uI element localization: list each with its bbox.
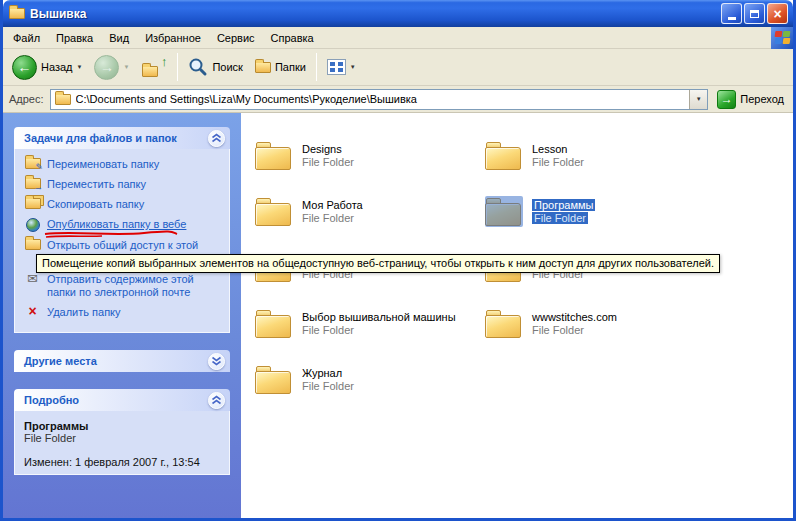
folders-icon xyxy=(255,62,271,73)
folder-icon xyxy=(485,308,523,339)
details-modified-date: Изменен: 1 февраля 2007 г., 13:54 xyxy=(24,456,225,468)
forward-button[interactable]: → ▼ xyxy=(89,52,134,83)
minimize-icon xyxy=(728,17,736,20)
forward-icon: → xyxy=(94,55,119,80)
window-folder-icon xyxy=(9,8,25,19)
back-icon: ← xyxy=(12,55,37,80)
folder-icon xyxy=(485,140,523,171)
search-button[interactable]: Поиск xyxy=(183,54,247,80)
expand-chevron-button[interactable] xyxy=(208,353,225,370)
views-dropdown-icon[interactable]: ▼ xyxy=(350,64,356,70)
email-icon: ✉ xyxy=(24,273,41,284)
other-places-panel: Другие места xyxy=(14,350,230,372)
folder-icon xyxy=(255,364,293,395)
go-button[interactable]: → Переход xyxy=(714,88,787,111)
close-icon: × xyxy=(773,7,781,21)
folder-icon xyxy=(485,196,523,227)
folder-item-wwwstitches[interactable]: wwwstitches.comFile Folder xyxy=(485,295,700,351)
details-panel-header[interactable]: Подробно xyxy=(14,389,230,411)
back-button[interactable]: ← Назад ▼ xyxy=(7,52,87,83)
toolbar: ← Назад ▼ → ▼ ↑ Поиск Папки xyxy=(3,49,793,86)
folders-label: Папки xyxy=(275,61,306,73)
search-icon xyxy=(188,57,208,77)
address-dropdown-button[interactable]: ▼ xyxy=(689,90,707,109)
tasks-panel: Задачи для файлов и папок ✎ Переименоват… xyxy=(14,127,230,333)
folder-item-lesson[interactable]: LessonFile Folder xyxy=(485,127,700,183)
publish-web-icon xyxy=(24,218,41,232)
collapse-chevron-button[interactable] xyxy=(208,130,225,147)
address-path: C:\Documents and Settings\Liza\My Docume… xyxy=(76,93,685,105)
up-button[interactable]: ↑ xyxy=(136,52,172,82)
tasks-panel-body: ✎ Переименовать папку → Переместить папк… xyxy=(14,149,230,333)
window-title: Вышивка xyxy=(30,7,716,21)
task-pane-sidebar: Задачи для файлов и папок ✎ Переименоват… xyxy=(3,113,241,518)
menu-help[interactable]: Справка xyxy=(263,29,322,47)
menu-view[interactable]: Вид xyxy=(101,29,137,47)
menu-favorites[interactable]: Избранное xyxy=(137,29,209,47)
chevron-up-icon xyxy=(211,395,222,405)
back-label: Назад xyxy=(41,61,73,73)
details-panel: Подробно Программы File Folder Изменен: … xyxy=(14,389,230,475)
task-publish-folder-web[interactable]: Опубликовать папку в вебе xyxy=(24,218,225,232)
address-bar: Адрес: C:\Documents and Settings\Liza\My… xyxy=(3,86,793,113)
go-label: Переход xyxy=(740,93,784,105)
views-button[interactable]: ▼ xyxy=(322,56,361,78)
task-copy-folder[interactable]: Скопировать папку xyxy=(24,198,225,211)
search-label: Поиск xyxy=(212,61,242,73)
folder-item-zhurnal[interactable]: ЖурналFile Folder xyxy=(255,351,470,407)
views-icon xyxy=(327,59,346,75)
address-label: Адрес: xyxy=(9,93,44,105)
task-delete-folder[interactable]: × Удалить папку xyxy=(24,306,225,319)
forward-dropdown-icon: ▼ xyxy=(123,64,129,70)
tasks-panel-title: Задачи для файлов и папок xyxy=(24,132,177,144)
details-panel-title: Подробно xyxy=(24,394,79,406)
folder-item-moya-rabota[interactable]: Моя РаботаFile Folder xyxy=(255,183,470,239)
chevron-down-icon xyxy=(211,356,222,366)
address-dropdown-icon: ▼ xyxy=(696,96,702,102)
move-folder-icon: → xyxy=(24,178,41,189)
collapse-chevron-button[interactable] xyxy=(208,392,225,409)
window-body: Задачи для файлов и папок ✎ Переименоват… xyxy=(3,113,793,518)
up-folder-icon: ↑ xyxy=(141,55,167,79)
chevron-up-icon xyxy=(211,133,222,143)
share-folder-icon xyxy=(24,239,41,250)
folder-item-programmy-selected[interactable]: ПрограммыFile Folder xyxy=(485,183,700,239)
minimize-button[interactable] xyxy=(721,3,742,24)
title-bar[interactable]: Вышивка × xyxy=(3,0,793,27)
address-folder-icon xyxy=(55,94,71,105)
back-dropdown-icon[interactable]: ▼ xyxy=(77,64,83,70)
go-icon: → xyxy=(717,90,736,109)
tooltip: Помещение копий выбранных элементов на о… xyxy=(36,254,720,273)
folder-icon xyxy=(255,196,293,227)
task-move-folder[interactable]: → Переместить папку xyxy=(24,178,225,191)
details-panel-body: Программы File Folder Изменен: 1 февраля… xyxy=(14,411,230,475)
folder-icon xyxy=(255,308,293,339)
other-places-header[interactable]: Другие места xyxy=(14,350,230,372)
windows-logo-icon xyxy=(771,27,793,49)
details-folder-type: File Folder xyxy=(24,432,225,444)
close-button[interactable]: × xyxy=(767,3,788,24)
address-input[interactable]: C:\Documents and Settings\Liza\My Docume… xyxy=(50,89,709,110)
delete-icon: × xyxy=(24,306,41,317)
explorer-window: Вышивка × Файл Правка Вид Избранное Серв… xyxy=(0,0,796,521)
toolbar-separator xyxy=(316,53,317,81)
copy-folder-icon xyxy=(24,198,41,209)
maximize-button[interactable] xyxy=(744,3,765,24)
menu-file[interactable]: Файл xyxy=(5,29,48,47)
menu-tools[interactable]: Сервис xyxy=(209,29,263,47)
folders-button[interactable]: Папки xyxy=(250,58,311,76)
menu-bar: Файл Правка Вид Избранное Сервис Справка xyxy=(3,27,793,49)
window-controls: × xyxy=(721,3,788,24)
details-folder-name: Программы xyxy=(24,420,225,432)
folder-icon xyxy=(255,140,293,171)
file-list: DesignsFile Folder LessonFile Folder Моя… xyxy=(241,113,793,518)
task-email-folder[interactable]: ✉ Отправить содержимое этой папки по эле… xyxy=(24,273,225,299)
toolbar-separator xyxy=(177,53,178,81)
rename-folder-icon: ✎ xyxy=(24,158,41,169)
red-underline-annotation xyxy=(44,230,178,238)
tasks-panel-header[interactable]: Задачи для файлов и папок xyxy=(14,127,230,149)
task-rename-folder[interactable]: ✎ Переименовать папку xyxy=(24,158,225,171)
folder-item-designs[interactable]: DesignsFile Folder xyxy=(255,127,470,183)
menu-edit[interactable]: Правка xyxy=(48,29,101,47)
folder-item-vybor-mashiny[interactable]: Выбор вышивальной машиныFile Folder xyxy=(255,295,470,351)
